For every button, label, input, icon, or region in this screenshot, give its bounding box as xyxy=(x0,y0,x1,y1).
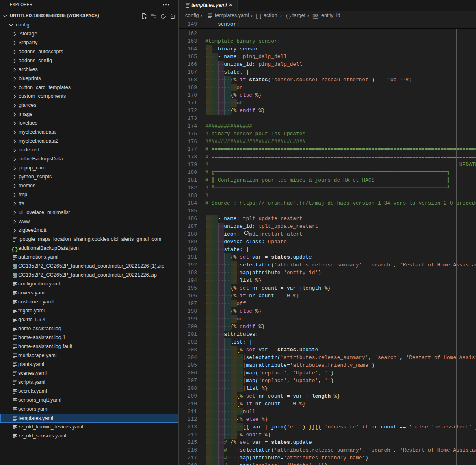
svg-text:abc: abc xyxy=(313,15,318,17)
